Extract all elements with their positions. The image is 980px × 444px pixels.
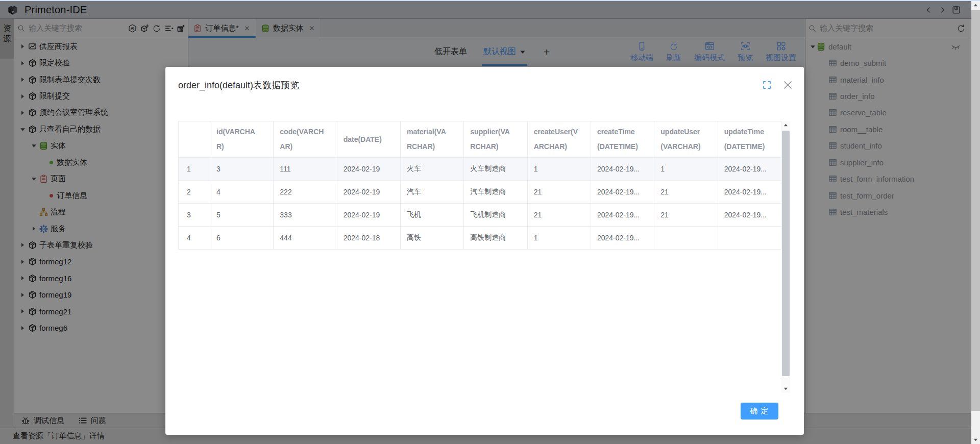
window-top-edge: [0, 0, 980, 1]
dialog-footer: 确 定: [741, 403, 778, 420]
table-cell: 汽车制造商: [464, 181, 527, 204]
scroll-up-icon[interactable]: [781, 121, 790, 130]
triangle-up-icon: [783, 123, 788, 128]
table-cell: 21: [527, 204, 591, 227]
column-header: code(VARCH AR): [274, 121, 337, 158]
table-cell: 火车: [400, 158, 463, 181]
table-cell: [654, 227, 718, 250]
column-header: [179, 121, 210, 158]
preview-table: id(VARCHA R)code(VARCH AR)date(DATE)mate…: [178, 121, 781, 250]
table-cell: 2024-02-19...: [591, 181, 654, 204]
table-cell: 1: [527, 158, 591, 181]
triangle-down-icon: [783, 386, 788, 391]
close-icon: [783, 80, 793, 90]
table-cell: 2024-02-19...: [718, 158, 781, 181]
table-cell: 飞机制造商: [464, 204, 527, 227]
column-header: supplier(VA RCHAR): [464, 121, 527, 158]
table-cell: 高铁制造商: [464, 227, 527, 250]
column-header: material(VA RCHAR): [400, 121, 463, 158]
fullscreen-button[interactable]: [763, 81, 771, 89]
column-header: id(VARCHA R): [210, 121, 274, 158]
table-cell: 6: [210, 227, 274, 250]
table-cell: 2024-02-19...: [718, 181, 781, 204]
table-cell: 3: [210, 158, 274, 181]
triangle-up-icon: [973, 3, 978, 8]
table-cell: 2024-02-19...: [591, 158, 654, 181]
table-cell: 汽车: [400, 181, 463, 204]
table-preview-dialog: order_info(default)表数据预览 id(VARCHA R)cod…: [165, 67, 804, 435]
table-cell: 1: [654, 158, 718, 181]
column-header: date(DATE): [337, 121, 400, 158]
table-cell: 5: [210, 204, 274, 227]
dialog-title: order_info(default)表数据预览: [178, 79, 299, 91]
table-cell: 444: [274, 227, 337, 250]
column-header: updateTime (DATETIME): [718, 121, 781, 158]
table-cell: 1: [527, 227, 591, 250]
table-cell: 4: [210, 181, 274, 204]
table-cell: 3: [179, 204, 210, 227]
column-header: createTime (DATETIME): [591, 121, 654, 158]
column-header: createUser(V ARCHAR): [527, 121, 591, 158]
table-cell: 333: [274, 204, 337, 227]
table-cell: 火车制造商: [464, 158, 527, 181]
table-cell: 2: [179, 181, 210, 204]
table-cell: 2024-02-19...: [591, 204, 654, 227]
dialog-close-button[interactable]: [783, 80, 793, 90]
dialog-tools: [763, 80, 793, 90]
table-cell: 21: [654, 181, 718, 204]
table-cell: 2024-02-19: [337, 204, 400, 227]
table-cell: 2024-02-19...: [591, 227, 654, 250]
triangle-down-icon: [973, 437, 978, 442]
page-scrollbar[interactable]: [971, 0, 980, 444]
table-cell: 飞机: [400, 204, 463, 227]
page-scroll-up-icon[interactable]: [971, 1, 980, 10]
column-header: updateUser (VARCHAR): [654, 121, 718, 158]
page-scrollbar-thumb[interactable]: [971, 10, 980, 411]
preview-table-container: id(VARCHA R)code(VARCH AR)date(DATE)mate…: [178, 121, 790, 393]
fullscreen-icon: [763, 81, 771, 89]
table-row[interactable]: 353332024-02-19飞机飞机制造商212024-02-19...212…: [179, 204, 781, 227]
table-cell: 2024-02-19...: [718, 204, 781, 227]
table-cell: 2024-02-19: [337, 158, 400, 181]
page-scroll-down-icon[interactable]: [971, 435, 980, 444]
table-cell: 1: [179, 158, 210, 181]
table-header-row: id(VARCHA R)code(VARCH AR)date(DATE)mate…: [179, 121, 781, 158]
table-cell: 4: [179, 227, 210, 250]
confirm-button[interactable]: 确 定: [741, 403, 778, 420]
table-cell: 2024-02-19: [337, 181, 400, 204]
table-row[interactable]: 131112024-02-19火车火车制造商12024-02-19...1202…: [179, 158, 781, 181]
table-cell: 21: [527, 181, 591, 204]
table-row[interactable]: 464442024-02-18高铁高铁制造商12024-02-19...: [179, 227, 781, 250]
table-scrollbar-thumb[interactable]: [782, 131, 790, 376]
table-cell: 21: [654, 204, 718, 227]
table-row[interactable]: 242222024-02-19汽车汽车制造商212024-02-19...212…: [179, 181, 781, 204]
table-cell: 高铁: [400, 227, 463, 250]
table-cell: 2024-02-18: [337, 227, 400, 250]
table-cell: 222: [274, 181, 337, 204]
table-cell: [718, 227, 781, 250]
scroll-down-icon[interactable]: [781, 384, 790, 393]
table-scrollbar[interactable]: [781, 121, 790, 393]
table-cell: 111: [274, 158, 337, 181]
